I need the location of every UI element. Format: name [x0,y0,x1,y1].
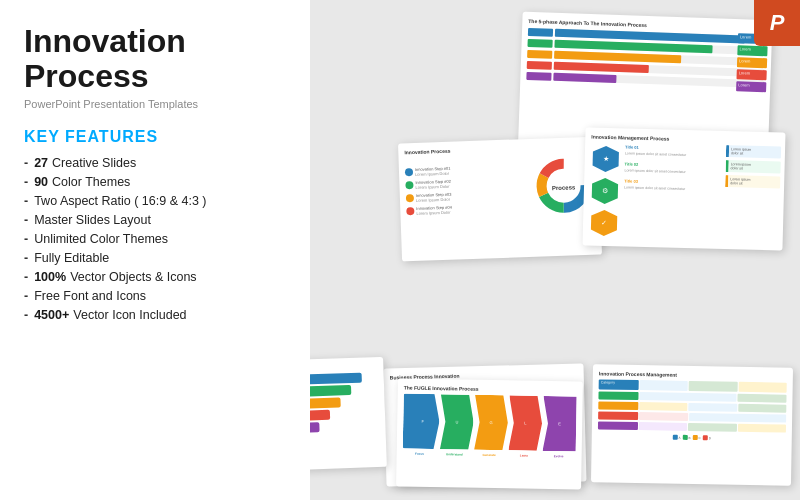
feature-text: Vector Objects & Icons [70,270,196,284]
feature-text: Master Slides Layout [34,213,151,227]
dash: - [24,194,28,208]
dash: - [24,270,28,284]
list-item: - Two Aspect Ratio ( 16:9 & 4:3 ) [24,194,290,208]
dash: - [24,232,28,246]
subtitle: PowerPoint Presentation Templates [24,98,290,110]
slide-preview-6: Innovation Process Funnel Stage 1 Stage … [310,357,387,473]
dash: - [24,308,28,322]
slide-preview-2: Innovation Process Process [398,137,602,262]
ppt-icon: P [770,10,785,36]
left-panel: Innovation Process PowerPoint Presentati… [0,0,310,500]
slide-preview-5: Innovation Process Management Category [591,364,793,485]
slides-collage: The 5-phase Approach To The Innovation P… [310,0,800,500]
hex-icon: ⚙ [590,176,621,207]
slide-preview-7: The FUGLE Innovation Process F U G L E F… [396,378,583,489]
svg-text:★: ★ [603,155,609,162]
feature-text: Unlimited Color Themes [34,232,168,246]
highlight: 4500+ [34,308,69,322]
dash: - [24,156,28,170]
slide-preview-3: Innovation Management Process ★ ⚙ [582,127,785,250]
feature-text: Two Aspect Ratio ( 16:9 & 4:3 ) [34,194,206,208]
highlight: 100% [34,270,66,284]
ppt-badge: P [754,0,800,46]
dash: - [24,251,28,265]
svg-text:✓: ✓ [601,219,607,226]
main-title: Innovation Process [24,24,290,94]
list-item: - 100% Vector Objects & Icons [24,270,290,284]
right-panel: P The 5-phase Approach To The Innovation… [310,0,800,500]
highlight: 27 [34,156,48,170]
feature-text: Color Themes [52,175,130,189]
svg-text:⚙: ⚙ [602,187,608,194]
key-features-label: KEY FEATURES [24,128,290,146]
dash: - [24,289,28,303]
feature-text: Fully Editable [34,251,109,265]
hex-icon: ★ [590,144,621,175]
list-item: - 90 Color Themes [24,175,290,189]
feature-text: Vector Icon Included [73,308,186,322]
list-item: - Unlimited Color Themes [24,232,290,246]
list-item: - Master Slides Layout [24,213,290,227]
highlight: 90 [34,175,48,189]
feature-text: Creative Slides [52,156,136,170]
hex-icon: ✓ [589,208,620,239]
dash: - [24,213,28,227]
feature-text: Free Font and Icons [34,289,146,303]
list-item: - Free Font and Icons [24,289,290,303]
dash: - [24,175,28,189]
features-list: - 27 Creative Slides - 90 Color Themes -… [24,156,290,322]
list-item: - 27 Creative Slides [24,156,290,170]
phase-diagram [526,28,766,88]
list-item: - Fully Editable [24,251,290,265]
svg-text:Process: Process [552,184,576,191]
list-item: - 4500+ Vector Icon Included [24,308,290,322]
